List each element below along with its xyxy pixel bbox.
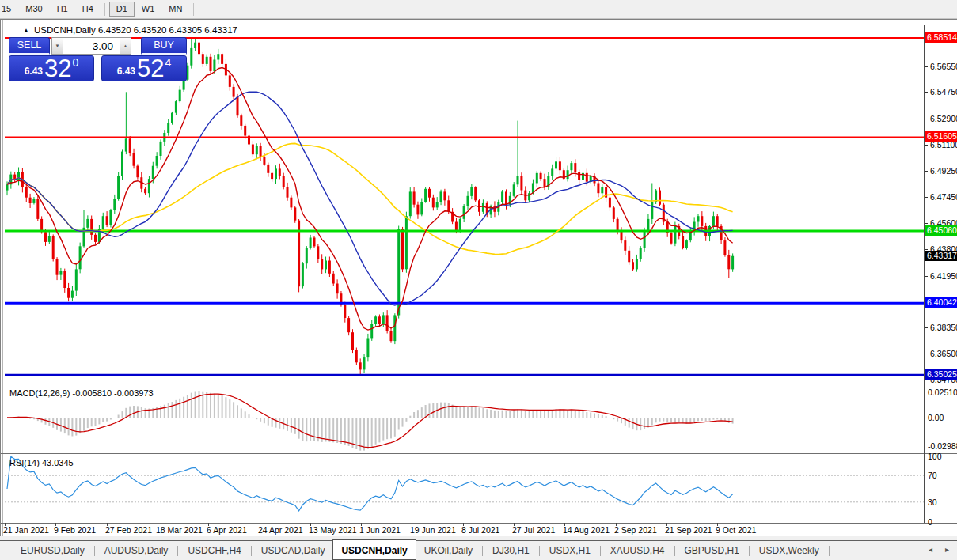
time-axis-label: 14 Aug 2021 (563, 525, 610, 535)
rsi-axis-tick: 30 (925, 498, 957, 507)
resistance-price-label: 6.51605 (925, 131, 957, 142)
volume-increase-button[interactable]: ▲ (120, 37, 131, 55)
chart-tab-dj30-h1[interactable]: DJ30,H1 (484, 541, 537, 560)
rsi-line (7, 456, 733, 511)
price-tick: 6.56550 (925, 62, 957, 71)
rsi-panel[interactable] (5, 456, 924, 522)
time-axis-label: 9 Feb 2021 (54, 525, 96, 535)
tab-separator (482, 546, 483, 556)
timeframe-button-m30[interactable]: M30 (18, 2, 49, 17)
buy-price-big: 52 (137, 58, 164, 79)
tab-separator (539, 546, 540, 556)
macd-axis-tick: -0.02988 (925, 441, 957, 451)
chart-tab-xauusd-h4[interactable]: XAUUSD,H4 (602, 541, 673, 560)
time-axis-label: 6 Apr 2021 (207, 525, 247, 535)
panel-separator[interactable] (1, 453, 957, 454)
time-axis-label: 13 May 2021 (309, 525, 357, 535)
ma-55-line (7, 143, 733, 254)
rsi-indicator-label: RSI(14) 43.0345 (9, 458, 74, 467)
chart-window: ▲USDCNH,Daily 6.43520 6.43520 6.43305 6.… (0, 19, 957, 536)
time-axis-label: 21 Sep 2021 (665, 525, 712, 535)
chart-tab-usdcnh-daily[interactable]: USDCNH,Daily (332, 539, 416, 560)
tab-separator (94, 546, 95, 556)
tab-separator (251, 546, 252, 556)
time-axis-label: 8 Jul 2021 (461, 525, 499, 535)
price-tick: 6.49250 (925, 166, 957, 176)
support-price-label: 6.45060 (925, 225, 957, 236)
rsi-axis-tick: 100 (925, 452, 957, 461)
buy-price-small: 6.43 (117, 66, 135, 77)
chart-tab-usdx-h1[interactable]: USDX,H1 (541, 541, 598, 560)
tab-scroll-right-icon[interactable]: ▸ (945, 545, 949, 554)
time-axis-label: 1 Jun 2021 (359, 525, 401, 535)
tab-scroll-left-icon[interactable]: ◂ (929, 545, 932, 554)
toolbar-separator (104, 3, 105, 16)
ma-10-line (7, 68, 733, 331)
time-axis-label: 21 Jan 2021 (3, 525, 49, 535)
timeframe-button-h4[interactable]: H4 (75, 2, 101, 17)
ma-25-line (7, 92, 733, 305)
chart-tab-audusd-daily[interactable]: AUDUSD,Daily (97, 541, 177, 560)
rsi-axis-tick: 0 (925, 517, 957, 527)
tab-separator (600, 546, 601, 556)
rsi-axis-tick: 70 (925, 471, 957, 480)
time-axis[interactable]: 21 Jan 20219 Feb 202127 Feb 202118 Mar 2… (1, 524, 920, 536)
volume-input[interactable] (63, 37, 120, 55)
time-axis-label: 19 Jun 2021 (410, 525, 456, 535)
tab-separator (177, 546, 178, 556)
timeframe-button-d1[interactable]: D1 (109, 2, 135, 17)
chart-tab-eurusd-daily[interactable]: EURUSD,Daily (13, 541, 93, 560)
time-axis-label: 27 Jul 2021 (512, 525, 555, 535)
collapse-icon[interactable]: ▲ (23, 27, 29, 34)
tab-separator (749, 546, 750, 556)
mt4-window: 15M30H1H4D1W1MN ▲USDCNH,Daily 6.43520 6.… (0, 0, 957, 560)
price-tick: 6.52900 (925, 114, 957, 123)
current-price-label: 6.43317 (925, 251, 957, 261)
chart-tab-ukoil-daily[interactable]: UKOil,Daily (416, 541, 480, 560)
time-axis-label: 9 Oct 2021 (716, 525, 756, 535)
price-axis[interactable]: 6.565506.547506.529006.511006.492506.474… (925, 20, 957, 537)
timeframe-toolbar: 15M30H1H4D1W1MN (0, 0, 957, 19)
sell-price-small: 6.43 (25, 66, 43, 77)
buy-price-display[interactable]: 6.43524 (101, 55, 187, 81)
chart-tab-gbpusd-h1[interactable]: GBPUSD,H1 (677, 541, 747, 560)
price-tick: 6.38350 (925, 323, 957, 332)
tab-separator (829, 546, 830, 556)
time-axis-label: 2 Sep 2021 (614, 525, 657, 535)
chart-title[interactable]: ▲USDCNH,Daily 6.43520 6.43520 6.43305 6.… (23, 25, 237, 35)
macd-histogram (6, 391, 734, 451)
sell-button[interactable]: SELL (9, 37, 50, 55)
timeframe-button-mn[interactable]: MN (161, 2, 189, 17)
panel-separator[interactable] (1, 384, 957, 384)
time-axis-label: 27 Feb 2021 (105, 525, 152, 535)
tab-separator (674, 546, 675, 556)
sell-price-sup: 0 (73, 56, 79, 69)
candles-group (6, 38, 735, 375)
macd-indicator-label: MACD(12,26,9) -0.005810 -0.003973 (9, 388, 154, 398)
buy-button[interactable]: BUY (141, 37, 187, 55)
timeframe-button-w1[interactable]: W1 (135, 2, 162, 17)
resistance-price-label: 6.58514 (925, 32, 957, 43)
price-tick: 6.36500 (925, 349, 957, 358)
sell-price-big: 32 (44, 58, 71, 79)
tab-scroll-arrows: ◂ ▸ (929, 545, 949, 554)
timeframe-button-15[interactable]: 15 (0, 2, 18, 17)
time-axis-label: 18 Mar 2021 (156, 525, 203, 535)
macd-axis-tick: 0.025108 (925, 388, 957, 397)
price-tick: 6.54750 (925, 87, 957, 96)
chevron-down-icon: ▼ (55, 44, 60, 48)
chart-tab-usdchf-h4[interactable]: USDCHF,H4 (180, 541, 249, 560)
support-price-label: 6.40042 (925, 297, 957, 308)
price-tick: 6.41950 (925, 271, 957, 281)
chart-tab-usdx-weekly[interactable]: USDX,Weekly (751, 541, 827, 560)
chart-title-text: USDCNH,Daily 6.43520 6.43520 6.43305 6.4… (34, 25, 237, 35)
chart-tab-usdcad-daily[interactable]: USDCAD,Daily (253, 541, 333, 560)
price-tick: 6.47450 (925, 192, 957, 202)
chevron-up-icon: ▲ (123, 44, 128, 48)
timeframe-button-h1[interactable]: H1 (50, 2, 75, 17)
volume-decrease-button[interactable]: ▼ (51, 37, 63, 55)
sell-price-display[interactable]: 6.43320 (9, 55, 94, 81)
buy-price-sup: 4 (165, 56, 172, 69)
chart-tabs-bar: EURUSD,DailyAUDUSD,DailyUSDCHF,H4USDCAD,… (0, 540, 957, 560)
macd-axis-tick: 0.00 (925, 413, 957, 422)
